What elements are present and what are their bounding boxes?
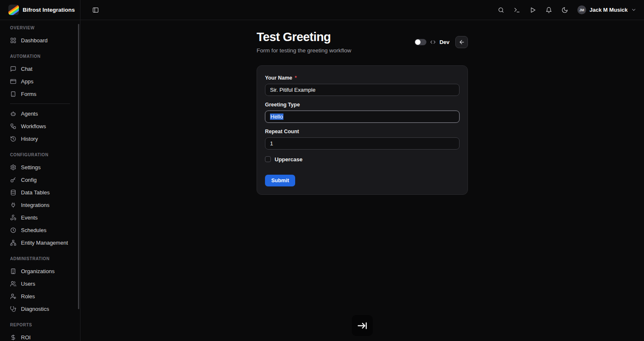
sidebar-item-label: Dashboard — [21, 37, 48, 44]
app-root: Bifrost Integrations JM Jack M Musick — [0, 0, 644, 341]
roi-icon — [10, 334, 16, 341]
brand-logo — [8, 5, 19, 15]
sidebar-scrollbar[interactable] — [78, 24, 79, 309]
sidebar-item-workflows[interactable]: Workflows — [0, 120, 80, 132]
roles-icon — [10, 293, 16, 300]
schedules-icon — [10, 227, 16, 233]
sidebar-item-diagnostics[interactable]: Diagnostics — [0, 302, 80, 315]
sidebar-item-agents[interactable]: Agents — [0, 107, 80, 120]
apps-icon — [10, 78, 16, 85]
chevron-down-icon — [631, 7, 636, 13]
sidebar-item-entity-management[interactable]: Entity Management — [0, 236, 80, 249]
avatar: JM — [577, 5, 586, 14]
sidebar-item-label: Forms — [21, 91, 36, 97]
sidebar-item-label: Workflows — [21, 123, 46, 129]
uppercase-checkbox-row[interactable]: Uppercase — [265, 156, 460, 163]
sidebar-item-data-tables[interactable]: Data Tables — [0, 186, 80, 199]
sidebar-item-config[interactable]: Config — [0, 173, 80, 186]
sidebar-item-label: Events — [21, 214, 38, 221]
workflows-icon — [10, 123, 16, 129]
tab-key-icon — [357, 320, 368, 331]
sidebar-item-events[interactable]: Events — [0, 211, 80, 224]
selected-text: Hello — [270, 114, 283, 120]
brand-name: Bifrost Integrations — [23, 7, 75, 13]
page-subtitle: Form for testing the greeting workflow — [257, 47, 351, 54]
play-button[interactable] — [527, 4, 539, 16]
sidebar-toggle-button[interactable] — [90, 4, 101, 16]
sidebar-item-organizations[interactable]: Organizations — [0, 265, 80, 277]
sidebar-item-history[interactable]: History — [0, 132, 80, 145]
page-header: Test Greeting Form for testing the greet… — [257, 31, 468, 54]
integrations-icon — [10, 202, 16, 208]
sidebar-section-administration: ADMINISTRATIONOrganizationsUsersRolesDia… — [0, 256, 80, 315]
entity-management-icon — [10, 240, 16, 246]
field-repeat-count: Repeat Count — [265, 129, 460, 150]
app-body: OVERVIEWDashboardAUTOMATIONChatAppsForms… — [0, 20, 644, 341]
section-title: REPORTS — [0, 322, 80, 328]
header-controls: Dev — [415, 36, 468, 48]
sidebar-item-apps[interactable]: Apps — [0, 75, 80, 88]
config-icon — [10, 177, 16, 183]
required-asterisk: * — [295, 75, 297, 81]
user-menu[interactable]: JM Jack M Musick — [577, 5, 636, 14]
back-button[interactable] — [455, 36, 468, 48]
section-title: ADMINISTRATION — [0, 256, 80, 261]
settings-icon — [10, 164, 16, 170]
sidebar-item-integrations[interactable]: Integrations — [0, 199, 80, 211]
sidebar-item-label: Organizations — [21, 268, 55, 274]
uppercase-checkbox[interactable] — [265, 156, 271, 162]
sidebar-item-label: Data Tables — [21, 189, 49, 196]
sidebar-item-roles[interactable]: Roles — [0, 290, 80, 302]
sidebar-item-label: Chat — [21, 66, 32, 72]
sidebar-item-roi[interactable]: ROI — [0, 331, 80, 341]
terminal-button[interactable] — [511, 4, 523, 16]
bell-button[interactable] — [543, 4, 555, 16]
moon-button[interactable] — [559, 4, 571, 16]
sidebar-item-label: Agents — [21, 111, 38, 117]
brand[interactable]: Bifrost Integrations — [0, 0, 80, 20]
sidebar-item-label: Entity Management — [21, 240, 68, 246]
search-button[interactable] — [495, 4, 507, 16]
sidebar-item-label: Integrations — [21, 202, 49, 208]
field-label: Greeting Type — [265, 102, 460, 108]
sidebar-item-label: Diagnostics — [21, 306, 49, 312]
sidebar-item-settings[interactable]: Settings — [0, 161, 80, 173]
diagnostics-icon — [10, 306, 16, 312]
field-label-text: Repeat Count — [265, 129, 299, 134]
dev-label: Dev — [439, 39, 449, 45]
main-content: Test Greeting Form for testing the greet… — [80, 20, 644, 341]
moon-icon — [561, 7, 568, 13]
data-tables-icon — [10, 189, 16, 196]
greeting-type-input[interactable]: Hello — [265, 111, 460, 123]
sidebar-item-label: Users — [21, 281, 35, 287]
sidebar-item-schedules[interactable]: Schedules — [0, 224, 80, 236]
sidebar-section-configuration: CONFIGURATIONSettingsConfigData TablesIn… — [0, 152, 80, 249]
sidebar-item-dashboard[interactable]: Dashboard — [0, 34, 80, 46]
dev-mode-toggle[interactable] — [415, 39, 426, 45]
sidebar-item-chat[interactable]: Chat — [0, 62, 80, 75]
sidebar-item-users[interactable]: Users — [0, 277, 80, 290]
your-name-input[interactable] — [265, 84, 460, 96]
field-your-name: Your Name * — [265, 75, 460, 96]
sidebar-item-forms[interactable]: Forms — [0, 88, 80, 100]
user-name: Jack M Musick — [589, 7, 628, 13]
sidebar-item-label: History — [21, 136, 38, 142]
section-title: AUTOMATION — [0, 54, 80, 59]
section-title: OVERVIEW — [0, 25, 80, 31]
chat-icon — [10, 66, 16, 72]
form-card: Your Name * Greeting Type Hello — [257, 65, 468, 195]
dashboard-icon — [10, 37, 16, 44]
events-icon — [10, 214, 16, 221]
sidebar-section-automation: AUTOMATIONChatAppsFormsAgentsWorkflowsHi… — [0, 54, 80, 145]
section-title: CONFIGURATION — [0, 152, 80, 158]
sidebar-section-reports: REPORTSROIUsage — [0, 322, 80, 341]
toggle-knob — [415, 39, 421, 45]
tab-key-overlay — [352, 315, 373, 336]
topbar-main: JM Jack M Musick — [80, 0, 644, 20]
repeat-count-input[interactable] — [265, 137, 460, 150]
organizations-icon — [10, 268, 16, 274]
sidebar-item-label: Apps — [21, 78, 34, 85]
sidebar-item-label: Settings — [21, 164, 41, 170]
sidebar-item-label: Schedules — [21, 227, 47, 233]
submit-button[interactable]: Submit — [265, 175, 295, 186]
